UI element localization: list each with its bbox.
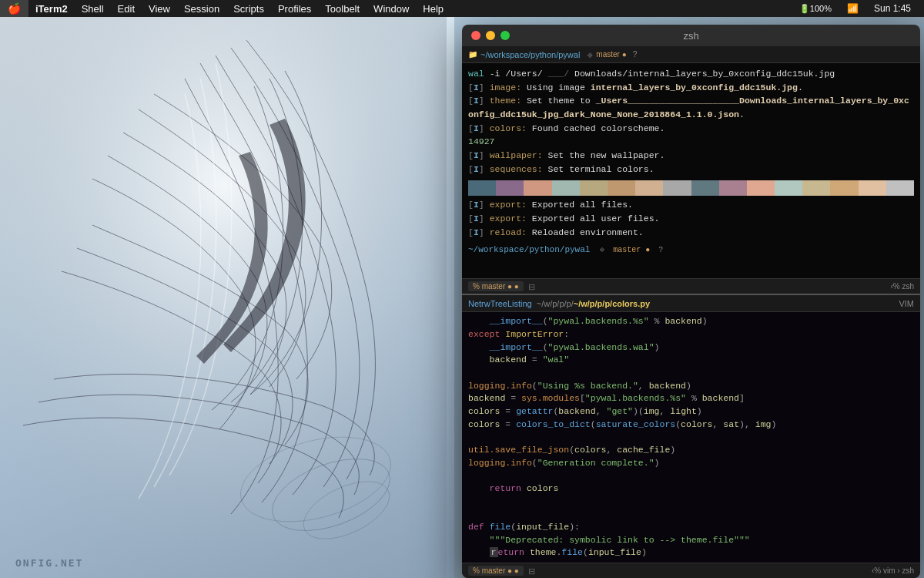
vim-code [468, 508, 914, 521]
iterm-window: zsh 📁 ~/workspace/python/pywal ⎆ master … [462, 25, 920, 578]
status-right: ‹% zsh [890, 282, 914, 291]
vim-code: except ImportError: [468, 328, 914, 341]
wallpaper-art: ONFIG.NET [0, 17, 454, 578]
vim-line [468, 496, 914, 509]
battery-status: 🔋 100% [792, 0, 839, 17]
vim-line: """Deprecated: symbolic link to --> them… [468, 534, 914, 547]
bracket-close: ] [479, 82, 484, 92]
vim-line: return theme.file(input_file) [468, 546, 914, 560]
view-menu[interactable]: View [142, 0, 177, 17]
vim-code: logging.info("Generation complete.") [468, 457, 914, 470]
vim-code: """Deprecated: symbolic link to --> them… [468, 534, 914, 547]
pane-bottom-vim: NetrwTreeListing ~/w/p/p/p/~/w/p/p/p/col… [462, 295, 920, 578]
session-menu[interactable]: Session [177, 0, 226, 17]
netrw-label: NetrwTreeListing [468, 299, 532, 308]
vim-line: colors = getattr(backend, "get")(img, li… [468, 405, 914, 418]
vim-git-badge: % master ● ● [468, 566, 524, 576]
terminal-prompt-line: wal -i /Users/ ___/ Downloads/internal_l… [468, 68, 914, 81]
prompt-path2: Downloads/internal_layers_by_0xconfig_dd… [574, 69, 835, 79]
terminal-panes: 📁 ~/workspace/python/pywal ⎆ master ● ? … [462, 46, 920, 578]
term-line-export1: [I] export: Exported all files. [468, 199, 914, 212]
pane-top-git-text: master ● [596, 50, 626, 59]
color-swatch [802, 180, 830, 196]
git-badge: % master ● ● [468, 281, 524, 291]
color-swatch [496, 180, 524, 196]
window-menu[interactable]: Window [367, 0, 416, 17]
color-swatch [663, 180, 691, 196]
vim-line: logging.info("Generation complete.") [468, 457, 914, 470]
vim-code: colors = colors_to_dict(saturate_colors(… [468, 418, 914, 432]
val-image: Using image internal_layers_by_0xconfig_… [527, 82, 803, 92]
menu-bar-right: 🔋 100% 📶 Sun 1:45 [792, 0, 924, 17]
vim-code [468, 367, 914, 380]
vim-line: colors = colors_to_dict(saturate_colors(… [468, 418, 914, 432]
cursor-block: r [490, 547, 498, 557]
color-swatch [775, 180, 802, 196]
term-line-image: [I] image: Using image internal_layers_b… [468, 82, 914, 95]
vim-line: return colors [468, 482, 914, 496]
second-prompt-git: master ● [613, 246, 650, 254]
split-icon: ⊟ [528, 282, 535, 291]
color-swatch [580, 180, 608, 196]
vim-code: def file(input_file): [468, 521, 914, 534]
edit-menu[interactable]: Edit [111, 0, 142, 17]
vim-line: def file(input_file): [468, 521, 914, 534]
shell-menu[interactable]: Shell [75, 0, 111, 17]
pane-top-zsh: 📁 ~/workspace/python/pywal ⎆ master ● ? … [462, 46, 920, 295]
profiles-menu[interactable]: Profiles [271, 0, 318, 17]
color-swatch [524, 180, 551, 196]
vim-content[interactable]: __import__("pywal.backends.%s" % backend… [462, 312, 920, 563]
status-left: % master ● ● ⊟ [468, 281, 535, 291]
second-prompt-q: ? [658, 246, 663, 254]
vim-line [468, 508, 914, 521]
maximize-button[interactable] [500, 31, 510, 40]
term-line-num: 14927 [468, 136, 914, 149]
close-button[interactable] [471, 31, 480, 40]
vim-titlebar: NetrwTreeListing ~/w/p/p/p/~/w/p/p/p/col… [462, 295, 920, 312]
toolbelt-menu[interactable]: Toolbelt [318, 0, 367, 17]
color-swatch [635, 180, 663, 196]
vim-code: util.save_file_json(colors, cache_file) [468, 444, 914, 457]
prompt-path: wal [468, 69, 484, 79]
wifi-icon: 📶 [840, 0, 865, 17]
minimize-button[interactable] [486, 31, 495, 40]
vim-split-icon: ⊟ [528, 566, 535, 576]
window-controls [471, 31, 510, 40]
vim-code: __import__("pywal.backends.wal") [468, 341, 914, 355]
vim-file-path: ~/w/p/p/p/~/w/p/p/p/colors.py [537, 299, 650, 308]
pane-top-content[interactable]: wal -i /Users/ ___/ Downloads/internal_l… [462, 63, 920, 278]
vim-line: __import__("pywal.backends.%s" % backend… [468, 315, 914, 328]
apple-menu[interactable]: 🍎 [0, 0, 28, 17]
pane-top-tab-bar: 📁 ~/workspace/python/pywal ⎆ master ● ? [462, 46, 920, 63]
vim-line: backend = "wal" [468, 354, 914, 367]
help-menu[interactable]: Help [416, 0, 450, 17]
color-swatch [719, 180, 747, 196]
pane-top-git-icon: ⎆ [588, 50, 593, 59]
color-swatch [608, 180, 635, 196]
feather-svg [0, 17, 447, 578]
color-swatch [859, 180, 886, 196]
pane-top-question: ? [633, 50, 638, 59]
vim-shell-badge: ‹% vim › zsh [872, 566, 914, 575]
term-line-sequences: [I] sequences: Set terminal colors. [468, 163, 914, 176]
vim-line: logging.info("Using %s backend.", backen… [468, 380, 914, 393]
pane-top-path-text: ~/workspace/python/pywal [480, 50, 580, 59]
vim-filename: ~/w/p/p/p/colors.py [574, 299, 650, 308]
color-swatch [830, 180, 858, 196]
vim-line: __import__("pywal.backends.wal") [468, 341, 914, 355]
vim-line [468, 469, 914, 482]
vim-code: __import__("pywal.backends.%s" % backend… [468, 315, 914, 328]
watermark: ONFIG.NET [15, 557, 83, 569]
vim-line: util.save_file_json(colors, cache_file) [468, 444, 914, 457]
prompt-user: ___/ [548, 69, 570, 79]
vim-status-right: ‹% vim › zsh [872, 566, 914, 575]
color-swatch [691, 180, 719, 196]
color-swatch [552, 180, 580, 196]
vim-line: except ImportError: [468, 328, 914, 341]
vim-title-right: VIM [899, 299, 914, 308]
scripts-menu[interactable]: Scripts [226, 0, 271, 17]
vim-code: backend = sys.modules["pywal.backends.%s… [468, 392, 914, 405]
date-time: Sun 1:45 [867, 0, 918, 17]
app-name[interactable]: iTerm2 [28, 0, 75, 17]
term-line-theme2: onfig_ddc15uk_jpg_dark_None_None_2018864… [468, 109, 914, 122]
